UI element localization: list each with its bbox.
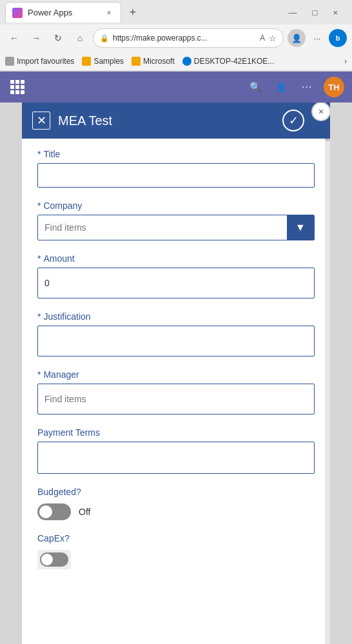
bookmark-desktop-label: DESKTOP-42E1KOE... [194,57,275,66]
form-circle-close-button[interactable]: × [311,102,330,121]
favorites-icon[interactable]: ☆ [269,34,277,43]
form-body: * Title * Company ▼ [22,139,330,644]
form-submit-button[interactable]: ✓ [282,110,304,132]
tab-bar: Power Apps × + — □ × [0,0,352,24]
justification-field: * Justification [37,311,315,356]
minimize-button[interactable]: — [285,6,301,19]
manager-label: * Manager [37,369,315,380]
title-input[interactable] [37,163,315,188]
bookmark-import-label: Import favourites [17,57,74,66]
nav-bar: ← → ↻ ⌂ 🔒 https://make.powerapps.c... A … [0,24,352,52]
title-label: * Title [37,149,315,159]
tab-favicon [12,8,23,18]
amount-label-text: Amount [43,253,74,264]
company-field: * Company ▼ [37,200,315,240]
title-label-text: Title [43,149,60,159]
more-options-button[interactable]: ··· [308,29,326,47]
payment-terms-label-text: Payment Terms [37,427,100,438]
close-x-icon: ✕ [37,113,46,128]
apps-grid-button[interactable] [8,77,27,97]
form-panel: ✕ MEA Test ✓ × * Title * [22,102,330,644]
manager-label-text: Manager [43,369,79,380]
budgeted-toggle[interactable] [37,503,71,520]
tab-close-button[interactable]: × [104,8,114,18]
form-close-button[interactable]: ✕ [32,112,50,130]
bookmark-import-favourites[interactable]: Import favourites [5,57,74,66]
manager-field: * Manager [37,369,315,415]
budgeted-toggle-row: Off [37,503,315,520]
translate-icon: A [260,34,265,43]
amount-field: * Amount [37,253,315,298]
justification-input[interactable] [37,326,315,356]
refresh-icon: ↻ [54,33,62,43]
bing-icon: b [336,34,340,42]
notification-icon: 👤 [276,83,286,92]
app-bar: 🔍 👤 ··· TH [0,72,352,102]
justification-label: * Justification [37,311,315,322]
title-field: * Title [37,149,315,188]
bookmark-samples-label: Samples [93,57,124,66]
bookmark-samples-icon [82,57,91,66]
company-label-text: Company [43,200,82,211]
circle-close-icon: × [318,106,324,117]
bookmark-desktop[interactable]: DESKTOP-42E1KOE... [182,57,275,66]
amount-label: * Amount [37,253,315,264]
manager-search-input[interactable] [37,384,315,415]
capex-field: CapEx? [37,533,315,569]
address-bar[interactable]: 🔒 https://make.powerapps.c... A ☆ [93,28,284,48]
home-button[interactable]: ⌂ [71,29,89,47]
scrollbar[interactable] [325,102,330,644]
nav-actions: 👤 ··· b [288,29,347,47]
form-header: ✕ MEA Test ✓ × [22,102,330,139]
bookmarks-more-button[interactable]: › [344,57,347,66]
app-bar-more-button[interactable]: ··· [298,78,316,96]
manager-required-star: * [37,369,41,380]
toggle-track [37,503,71,520]
new-tab-button[interactable]: + [124,3,142,21]
more-icon: ··· [314,34,321,43]
justification-label-text: Justification [43,311,90,322]
budgeted-state-label: Off [79,507,90,517]
check-icon: ✓ [289,113,298,128]
app-bar-search-button[interactable]: 🔍 [246,78,264,96]
bing-button[interactable]: b [329,29,347,47]
bookmark-samples[interactable]: Samples [82,57,124,66]
bookmark-microsoft[interactable]: Microsoft [132,57,175,66]
tab-title: Power Apps [28,8,99,17]
user-avatar[interactable]: TH [324,77,344,97]
refresh-button[interactable]: ↻ [49,29,67,47]
bookmark-apps-icon [5,57,14,66]
window-close-button[interactable]: × [329,6,342,19]
maximize-button[interactable]: □ [309,6,322,19]
main-content: ✕ MEA Test ✓ × * Title * [0,102,352,644]
back-button[interactable]: ← [5,29,23,47]
title-required-star: * [37,149,41,159]
bookmarks-bar: Import favourites Samples Microsoft DESK… [0,52,352,71]
grid-icon [10,80,24,94]
bookmark-microsoft-icon [132,57,141,66]
back-icon: ← [10,33,19,43]
active-tab[interactable]: Power Apps × [5,2,121,23]
budgeted-field: Budgeted? Off [37,487,315,520]
company-dropdown-button[interactable]: ▼ [287,215,314,240]
company-search-input[interactable] [38,215,287,240]
forward-icon: → [32,33,41,43]
browser-chrome: Power Apps × + — □ × ← → ↻ ⌂ 🔒 https://m… [0,0,352,72]
profile-icon: 👤 [291,34,302,43]
payment-terms-label: Payment Terms [37,427,315,438]
forward-button[interactable]: → [27,29,45,47]
company-label: * Company [37,200,315,211]
profile-button[interactable]: 👤 [288,29,306,47]
amount-input[interactable] [37,268,315,298]
capex-label: CapEx? [37,533,315,543]
budgeted-label: Budgeted? [37,487,315,497]
company-dropdown-wrapper: ▼ [37,215,315,240]
justification-required-star: * [37,311,41,322]
app-bar-notification-button[interactable]: 👤 [272,78,290,96]
toggle-thumb [39,505,52,518]
avatar-initials: TH [328,83,339,92]
address-text: https://make.powerapps.c... [113,34,256,43]
window-controls: — □ × [285,6,347,19]
lock-icon: 🔒 [100,34,109,43]
payment-terms-input[interactable] [37,442,315,474]
